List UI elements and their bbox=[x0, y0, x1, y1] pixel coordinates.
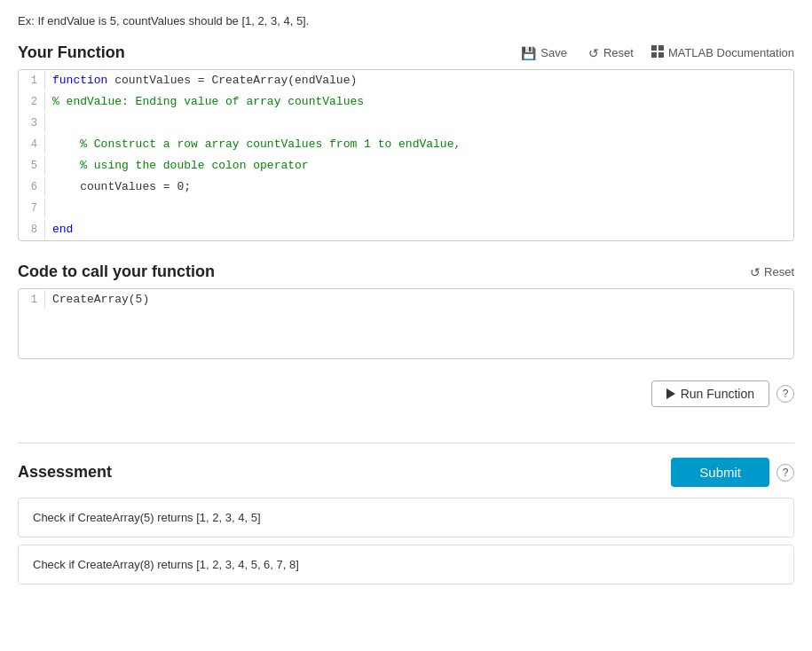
line-num-6: 6 bbox=[19, 177, 45, 197]
call-line-num-1: 1 bbox=[19, 290, 45, 310]
save-icon: 💾 bbox=[521, 46, 536, 60]
save-label: Save bbox=[540, 46, 567, 59]
submit-button[interactable]: Submit bbox=[671, 458, 769, 487]
assessment-title: Assessment bbox=[18, 463, 112, 482]
run-function-help-icon[interactable]: ? bbox=[777, 385, 794, 403]
code-call-title: Code to call your function bbox=[18, 263, 215, 281]
code-call-reset-button[interactable]: ↺ Reset bbox=[750, 265, 794, 279]
line-num-2: 2 bbox=[19, 92, 45, 112]
matlab-doc-button[interactable]: MATLAB Documentation bbox=[651, 45, 794, 60]
line-num-8: 8 bbox=[19, 220, 45, 239]
call-line-content-empty bbox=[52, 311, 793, 331]
intro-text: Ex: If endValue is 5, countValues should… bbox=[18, 14, 794, 27]
matlab-doc-label: MATLAB Documentation bbox=[668, 46, 794, 59]
code-line-8: 8 end bbox=[19, 219, 793, 240]
line-content-8: end bbox=[52, 220, 793, 239]
code-call-reset-icon: ↺ bbox=[750, 265, 761, 279]
assessment-header: Assessment Submit ? bbox=[18, 458, 794, 487]
play-icon bbox=[666, 388, 675, 399]
call-code-line-1: 1 CreateArray(5) bbox=[19, 289, 793, 310]
svg-rect-0 bbox=[651, 45, 657, 51]
your-function-title: Your Function bbox=[18, 43, 125, 62]
check-item-2: Check if CreateArray(8) returns [1, 2, 3… bbox=[18, 545, 794, 584]
code-line-4: 4 % Construct a row array countValues fr… bbox=[19, 134, 793, 155]
code-line-1: 1 function countValues = CreateArray(end… bbox=[19, 70, 793, 91]
grid-icon bbox=[651, 45, 664, 60]
code-line-2: 2 % endValue: Ending value of array coun… bbox=[19, 91, 793, 113]
reset-icon: ↺ bbox=[588, 46, 599, 60]
line-num-4: 4 bbox=[19, 135, 45, 154]
code-line-7: 7 bbox=[19, 198, 793, 219]
code-line-6: 6 countValues = 0; bbox=[19, 176, 793, 198]
code-call-section-header: Code to call your function ↺ Reset bbox=[18, 263, 794, 281]
line-num-5: 5 bbox=[19, 156, 45, 176]
line-content-5: % using the double colon operator bbox=[52, 156, 793, 176]
line-num-3: 3 bbox=[19, 114, 45, 133]
assessment-section: Assessment Submit ? Check if CreateArray… bbox=[18, 458, 794, 584]
line-content-6: countValues = 0; bbox=[52, 177, 793, 197]
divider bbox=[18, 443, 794, 443]
submit-row: Submit ? bbox=[671, 458, 794, 487]
call-line-content-1: CreateArray(5) bbox=[52, 290, 793, 310]
your-function-toolbar: 💾 Save ↺ Reset MATLAB Documentation bbox=[517, 44, 794, 62]
line-content-1: function countValues = CreateArray(endVa… bbox=[52, 71, 793, 90]
run-function-row: Run Function ? bbox=[18, 380, 794, 407]
svg-rect-1 bbox=[658, 45, 664, 51]
call-code-editor[interactable]: 1 CreateArray(5) bbox=[18, 288, 794, 359]
code-line-3: 3 bbox=[19, 113, 793, 134]
check-item-1-text: Check if CreateArray(5) returns [1, 2, 3… bbox=[33, 511, 261, 524]
reset-button[interactable]: ↺ Reset bbox=[585, 44, 637, 62]
line-content-2: % endValue: Ending value of array countV… bbox=[52, 92, 793, 112]
assessment-help-icon[interactable]: ? bbox=[777, 464, 794, 482]
check-item-1: Check if CreateArray(5) returns [1, 2, 3… bbox=[18, 498, 794, 537]
code-call-section: Code to call your function ↺ Reset 1 Cre… bbox=[18, 263, 794, 359]
reset-label: Reset bbox=[603, 46, 634, 59]
line-num-1: 1 bbox=[19, 71, 45, 90]
call-code-line-empty bbox=[19, 310, 793, 346]
your-function-section-header: Your Function 💾 Save ↺ Reset MATLAB Docu… bbox=[18, 43, 794, 62]
code-line-5: 5 % using the double colon operator bbox=[19, 155, 793, 176]
svg-rect-3 bbox=[658, 52, 664, 58]
code-call-reset-label: Reset bbox=[764, 265, 794, 278]
line-num-7: 7 bbox=[19, 199, 45, 218]
run-function-button[interactable]: Run Function bbox=[651, 380, 769, 407]
line-content-4: % Construct a row array countValues from… bbox=[52, 135, 793, 154]
svg-rect-2 bbox=[651, 52, 657, 58]
line-content-7 bbox=[52, 199, 793, 218]
run-function-label: Run Function bbox=[681, 387, 754, 401]
function-code-editor[interactable]: 1 function countValues = CreateArray(end… bbox=[18, 69, 794, 241]
check-item-2-text: Check if CreateArray(8) returns [1, 2, 3… bbox=[33, 558, 299, 571]
line-content-3 bbox=[52, 114, 793, 133]
save-button[interactable]: 💾 Save bbox=[517, 44, 571, 62]
